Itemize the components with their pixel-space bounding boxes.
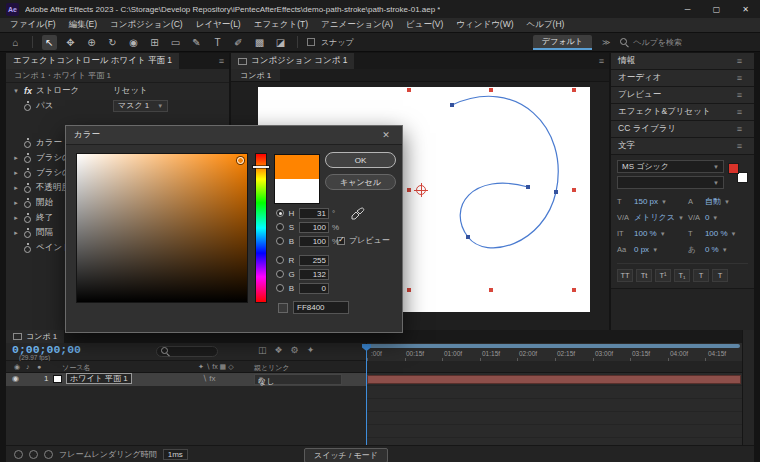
- stopwatch-icon[interactable]: [24, 213, 32, 222]
- stopwatch-icon[interactable]: [24, 138, 32, 147]
- stopwatch-icon[interactable]: [24, 101, 32, 110]
- parent-link-column[interactable]: 親とリンク: [254, 363, 290, 373]
- current-time-indicator-line[interactable]: [366, 347, 367, 445]
- hue-slider-marker[interactable]: [253, 166, 269, 168]
- menu-edit[interactable]: 編集(E): [69, 19, 97, 31]
- menu-effect[interactable]: エフェクト(T): [254, 19, 308, 31]
- layer-handle[interactable]: [407, 288, 411, 292]
- close-button[interactable]: ✕: [731, 0, 760, 18]
- mini-flowchart-icon[interactable]: ◫: [258, 345, 267, 355]
- saturation-radio[interactable]: [276, 223, 284, 231]
- eyedropper-icon[interactable]: [350, 206, 365, 221]
- blue-value-input[interactable]: 0: [299, 283, 329, 294]
- layer-handle[interactable]: [489, 288, 493, 292]
- path-vertex[interactable]: [554, 190, 558, 194]
- pen-tool-icon[interactable]: ✎: [189, 35, 204, 50]
- layer-handle[interactable]: [489, 88, 493, 92]
- help-search[interactable]: ヘルプを検索: [620, 37, 682, 48]
- home-tool-icon[interactable]: ⌂: [8, 35, 23, 50]
- maximize-button[interactable]: ▢: [702, 0, 731, 18]
- superscript-toggle[interactable]: T¹: [655, 269, 671, 282]
- effect-name[interactable]: ストローク: [36, 85, 79, 97]
- blue-radio[interactable]: [276, 284, 284, 292]
- ok-button[interactable]: OK: [325, 152, 396, 168]
- layer-handle[interactable]: [407, 188, 411, 192]
- eraser-tool-icon[interactable]: ◪: [273, 35, 288, 50]
- horizontal-scale-value[interactable]: 100 %: [705, 229, 728, 238]
- color-gradient-field[interactable]: [76, 153, 248, 303]
- twirl-right-icon[interactable]: ▸: [12, 199, 20, 207]
- subscript-toggle[interactable]: T₁: [674, 269, 690, 282]
- type-tool-icon[interactable]: T: [210, 35, 225, 50]
- cancel-button[interactable]: キャンセル: [325, 174, 396, 190]
- clone-stamp-tool-icon[interactable]: ▩: [252, 35, 267, 50]
- stopwatch-icon[interactable]: [24, 228, 32, 237]
- timeline-option-icon[interactable]: [44, 450, 53, 459]
- font-size-value[interactable]: 150 px: [634, 197, 658, 206]
- source-name-column[interactable]: ソース名: [62, 363, 90, 373]
- shape-tool-icon[interactable]: ▭: [168, 35, 183, 50]
- layer-name[interactable]: ホワイト 平面 1: [66, 373, 132, 384]
- panel-menu-icon[interactable]: ≡: [594, 53, 609, 69]
- menu-composition[interactable]: コンポジション(C): [110, 19, 183, 31]
- twirl-right-icon[interactable]: ▸: [12, 229, 20, 237]
- gradient-cursor[interactable]: [237, 157, 244, 164]
- path-vertex[interactable]: [526, 185, 530, 189]
- selection-tool-icon[interactable]: ↖: [42, 35, 57, 50]
- panel-header-effects-presets[interactable]: エフェクト&プリセット ≡: [611, 104, 754, 121]
- twirl-down-icon[interactable]: ▾: [12, 87, 20, 95]
- tsume-field[interactable]: あ 0 % ▼: [688, 243, 748, 256]
- fx-badge-icon[interactable]: fx: [24, 86, 32, 96]
- strikethrough-toggle[interactable]: T: [712, 269, 728, 282]
- panel-menu-icon[interactable]: ≡: [732, 124, 747, 134]
- vertical-scale-value[interactable]: 100 %: [634, 229, 657, 238]
- baseline-shift-field[interactable]: Aa 0 px ▼: [617, 243, 684, 256]
- eye-icon[interactable]: ◉: [12, 374, 19, 383]
- path-dropdown[interactable]: マスク 1 ▼: [113, 100, 168, 112]
- menu-help[interactable]: ヘルプ(H): [527, 19, 565, 31]
- green-radio[interactable]: [276, 270, 284, 278]
- draft-3d-icon[interactable]: ❖: [275, 345, 283, 355]
- pan-behind-tool-icon[interactable]: ⊞: [147, 35, 162, 50]
- hue-slider[interactable]: [255, 153, 267, 303]
- workspace-tab-default[interactable]: デフォルト: [533, 35, 592, 50]
- horizontal-scale-field[interactable]: T 100 % ▼: [688, 227, 748, 240]
- stopwatch-icon[interactable]: [24, 243, 32, 252]
- panel-menu-icon[interactable]: ≡: [732, 73, 747, 83]
- hand-tool-icon[interactable]: ✥: [63, 35, 78, 50]
- all-caps-toggle[interactable]: TT: [617, 269, 633, 282]
- stopwatch-icon[interactable]: [24, 168, 32, 177]
- tracking-field[interactable]: V/A 0 ▼: [688, 211, 748, 224]
- panel-menu-icon[interactable]: ≡: [732, 107, 747, 117]
- tsume-value[interactable]: 0 %: [705, 245, 719, 254]
- brightness-radio[interactable]: [276, 237, 284, 245]
- twirl-right-icon[interactable]: ▸: [12, 214, 20, 222]
- green-value-input[interactable]: 132: [299, 269, 329, 280]
- panel-menu-icon[interactable]: ≡: [732, 56, 747, 66]
- layer-handle[interactable]: [572, 88, 576, 92]
- reset-link[interactable]: リセット: [113, 85, 148, 97]
- brush-tool-icon[interactable]: ✐: [231, 35, 246, 50]
- layer-color-chip[interactable]: [53, 375, 62, 383]
- tracking-value[interactable]: 0: [705, 213, 709, 222]
- tab-composition[interactable]: コンポジション コンポ 1: [231, 53, 354, 69]
- menu-view[interactable]: ビュー(V): [406, 19, 443, 31]
- viewer-tab-comp1[interactable]: コンポ 1: [231, 69, 280, 81]
- twirl-right-icon[interactable]: ▸: [12, 154, 20, 162]
- current-time-display[interactable]: 0;00;00;00 (29.97 fps): [12, 344, 81, 361]
- close-icon[interactable]: ✕: [378, 130, 394, 140]
- font-family-select[interactable]: MS ゴシック ▼: [617, 160, 724, 173]
- menu-window[interactable]: ウィンドウ(W): [456, 19, 513, 31]
- hex-value-input[interactable]: FF8400: [293, 301, 349, 314]
- twirl-right-icon[interactable]: ▸: [12, 169, 20, 177]
- panel-header-character[interactable]: 文字 ≡: [611, 138, 754, 155]
- hue-radio[interactable]: [276, 209, 284, 217]
- brightness-value-input[interactable]: 100: [299, 236, 329, 247]
- dialog-titlebar[interactable]: カラー ✕: [66, 126, 402, 145]
- mask-path[interactable]: [452, 96, 558, 248]
- kerning-value[interactable]: メトリクス: [634, 212, 675, 223]
- stopwatch-icon[interactable]: [24, 153, 32, 162]
- stopwatch-icon[interactable]: [24, 198, 32, 207]
- frame-blend-icon[interactable]: ⚙: [291, 345, 299, 355]
- red-radio[interactable]: [276, 256, 284, 264]
